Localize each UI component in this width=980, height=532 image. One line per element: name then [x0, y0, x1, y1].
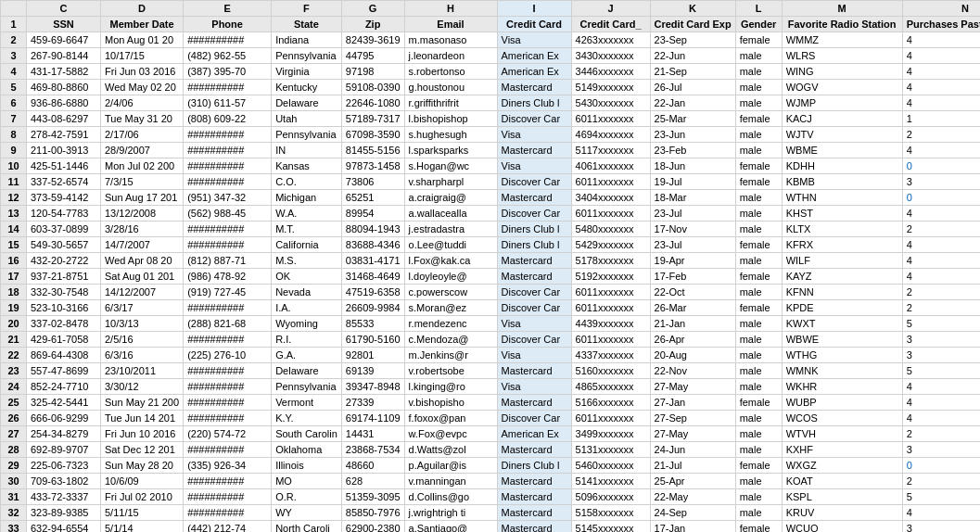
cell-credit-card-exp-row14[interactable]: 17-Nov — [650, 222, 735, 237]
cell-phone-row30[interactable]: ########## — [184, 474, 272, 489]
cell-purchases-row21[interactable]: 3 — [902, 332, 980, 348]
col-header-e[interactable]: E — [184, 1, 272, 17]
cell-ssn-row21[interactable]: 429-61-7058 — [27, 332, 101, 348]
table-row[interactable]: 13120-54-778313/12/2008(562) 988-45W.A.8… — [1, 206, 981, 222]
cell-gender-row6[interactable]: male — [735, 95, 782, 111]
cell-ssn-row18[interactable]: 332-30-7548 — [27, 285, 101, 300]
cell-gender-row28[interactable]: male — [735, 442, 782, 458]
cell-email-row7[interactable]: l.bishopishop — [404, 111, 497, 127]
cell-purchases-row7[interactable]: 1 — [902, 111, 980, 127]
cell-state-row21[interactable]: R.I. — [272, 332, 342, 348]
cell-zip-row16[interactable]: 03831-4171 — [341, 253, 404, 269]
cell-purchases-row4[interactable]: 4 — [902, 64, 980, 80]
table-row[interactable]: 15549-30-565714/7/2007##########Californ… — [1, 237, 981, 253]
cell-credit-card-exp-row8[interactable]: 23-Jun — [650, 127, 735, 143]
cell-member-date-row17[interactable]: Sat Aug 01 201 — [101, 269, 184, 285]
header-state[interactable]: State — [272, 17, 342, 32]
cell-phone-row10[interactable]: ########## — [184, 158, 272, 174]
table-row[interactable]: 30709-63-180210/6/09##########MO628v.man… — [1, 474, 981, 489]
cell-member-date-row2[interactable]: Mon Aug 01 20 — [101, 32, 184, 48]
cell-credit-card-row17[interactable]: Mastercard — [497, 269, 571, 285]
cell-email-row25[interactable]: v.bishopisho — [404, 395, 497, 411]
col-header-l[interactable]: L — [735, 1, 782, 17]
cell-ssn-row13[interactable]: 120-54-7783 — [27, 206, 101, 222]
col-header-k[interactable]: K — [650, 1, 735, 17]
cell-credit-card-exp-row5[interactable]: 26-Jul — [650, 80, 735, 95]
cell-member-date-row28[interactable]: Sat Dec 12 201 — [101, 442, 184, 458]
cell-purchases-row9[interactable]: 4 — [902, 143, 980, 158]
cell-radio-station-row9[interactable]: WBME — [782, 143, 902, 158]
cell-zip-row6[interactable]: 22646-1080 — [341, 95, 404, 111]
cell-purchases-row26[interactable]: 4 — [902, 411, 980, 426]
cell-zip-row32[interactable]: 85850-7976 — [341, 505, 404, 521]
cell-radio-station-row27[interactable]: WTVH — [782, 426, 902, 442]
header-purchases[interactable]: Purchases Past 30 Days — [902, 17, 980, 32]
cell-credit-card-row24[interactable]: Visa — [497, 379, 571, 395]
cell-zip-row24[interactable]: 39347-8948 — [341, 379, 404, 395]
cell-zip-row25[interactable]: 27339 — [341, 395, 404, 411]
cell-credit-card-exp-row6[interactable]: 22-Jan — [650, 95, 735, 111]
cell-credit-card-row30[interactable]: Mastercard — [497, 474, 571, 489]
cell-member-date-row29[interactable]: Sun May 28 20 — [101, 458, 184, 474]
cell-state-row23[interactable]: Delaware — [272, 363, 342, 379]
cell-credit-card-exp-row33[interactable]: 17-Jan — [650, 521, 735, 533]
cell-credit-card-num-row7[interactable]: 6011xxxxxxx — [571, 111, 650, 127]
cell-gender-row18[interactable]: male — [735, 285, 782, 300]
cell-credit-card-exp-row31[interactable]: 22-May — [650, 489, 735, 505]
cell-member-date-row15[interactable]: 14/7/2007 — [101, 237, 184, 253]
table-row[interactable]: 32323-89-93855/11/15##########WY85850-79… — [1, 505, 981, 521]
cell-purchases-row14[interactable]: 2 — [902, 222, 980, 237]
cell-gender-row11[interactable]: female — [735, 174, 782, 190]
cell-ssn-row3[interactable]: 267-90-8144 — [27, 48, 101, 64]
cell-gender-row19[interactable]: female — [735, 300, 782, 316]
table-row[interactable]: 27254-34-8279Fri Jun 10 2016(220) 574-72… — [1, 426, 981, 442]
cell-credit-card-row14[interactable]: Diners Club l — [497, 222, 571, 237]
cell-purchases-row5[interactable]: 4 — [902, 80, 980, 95]
header-credit-card[interactable]: Credit Card — [497, 17, 571, 32]
cell-state-row15[interactable]: California — [272, 237, 342, 253]
cell-purchases-row18[interactable]: 2 — [902, 285, 980, 300]
cell-credit-card-num-row23[interactable]: 5160xxxxxxx — [571, 363, 650, 379]
cell-credit-card-num-row5[interactable]: 5149xxxxxxx — [571, 80, 650, 95]
table-row[interactable]: 11337-52-65747/3/15##########C.O.73806v.… — [1, 174, 981, 190]
cell-credit-card-exp-row29[interactable]: 21-Jul — [650, 458, 735, 474]
cell-credit-card-exp-row27[interactable]: 27-May — [650, 426, 735, 442]
cell-ssn-row31[interactable]: 433-72-3337 — [27, 489, 101, 505]
cell-member-date-row32[interactable]: 5/11/15 — [101, 505, 184, 521]
cell-gender-row24[interactable]: male — [735, 379, 782, 395]
table-row[interactable]: 20337-02-847810/3/13(288) 821-68Wyoming8… — [1, 316, 981, 332]
cell-ssn-row28[interactable]: 692-89-9707 — [27, 442, 101, 458]
cell-credit-card-exp-row18[interactable]: 22-Oct — [650, 285, 735, 300]
table-row[interactable]: 5469-80-8860Wed May 02 20##########Kentu… — [1, 80, 981, 95]
cell-gender-row12[interactable]: male — [735, 190, 782, 206]
cell-email-row11[interactable]: v.sharpharpl — [404, 174, 497, 190]
table-row[interactable]: 10425-51-1446Mon Jul 02 200##########Kan… — [1, 158, 981, 174]
cell-credit-card-row31[interactable]: Mastercard — [497, 489, 571, 505]
cell-credit-card-row10[interactable]: Visa — [497, 158, 571, 174]
table-row[interactable]: 21429-61-70582/5/16##########R.I.61790-5… — [1, 332, 981, 348]
cell-phone-row15[interactable]: ########## — [184, 237, 272, 253]
cell-zip-row5[interactable]: 59108-0390 — [341, 80, 404, 95]
cell-member-date-row24[interactable]: 3/30/12 — [101, 379, 184, 395]
cell-credit-card-row3[interactable]: American Ex — [497, 48, 571, 64]
cell-state-row14[interactable]: M.T. — [272, 222, 342, 237]
cell-radio-station-row28[interactable]: KXHF — [782, 442, 902, 458]
cell-gender-row10[interactable]: female — [735, 158, 782, 174]
cell-purchases-row20[interactable]: 5 — [902, 316, 980, 332]
cell-gender-row5[interactable]: male — [735, 80, 782, 95]
cell-radio-station-row31[interactable]: KSPL — [782, 489, 902, 505]
cell-gender-row27[interactable]: male — [735, 426, 782, 442]
table-row[interactable]: 25325-42-5441Sun May 21 200##########Ver… — [1, 395, 981, 411]
cell-member-date-row10[interactable]: Mon Jul 02 200 — [101, 158, 184, 174]
cell-phone-row2[interactable]: ########## — [184, 32, 272, 48]
cell-email-row19[interactable]: s.Moran@ez — [404, 300, 497, 316]
cell-ssn-row11[interactable]: 337-52-6574 — [27, 174, 101, 190]
cell-radio-station-row6[interactable]: WJMP — [782, 95, 902, 111]
cell-purchases-row15[interactable]: 4 — [902, 237, 980, 253]
cell-state-row5[interactable]: Kentucky — [272, 80, 342, 95]
cell-ssn-row27[interactable]: 254-34-8279 — [27, 426, 101, 442]
cell-phone-row9[interactable]: ########## — [184, 143, 272, 158]
table-row[interactable]: 3267-90-814410/17/15(482) 962-55Pennsylv… — [1, 48, 981, 64]
cell-credit-card-row19[interactable]: Discover Car — [497, 300, 571, 316]
cell-purchases-row30[interactable]: 2 — [902, 474, 980, 489]
